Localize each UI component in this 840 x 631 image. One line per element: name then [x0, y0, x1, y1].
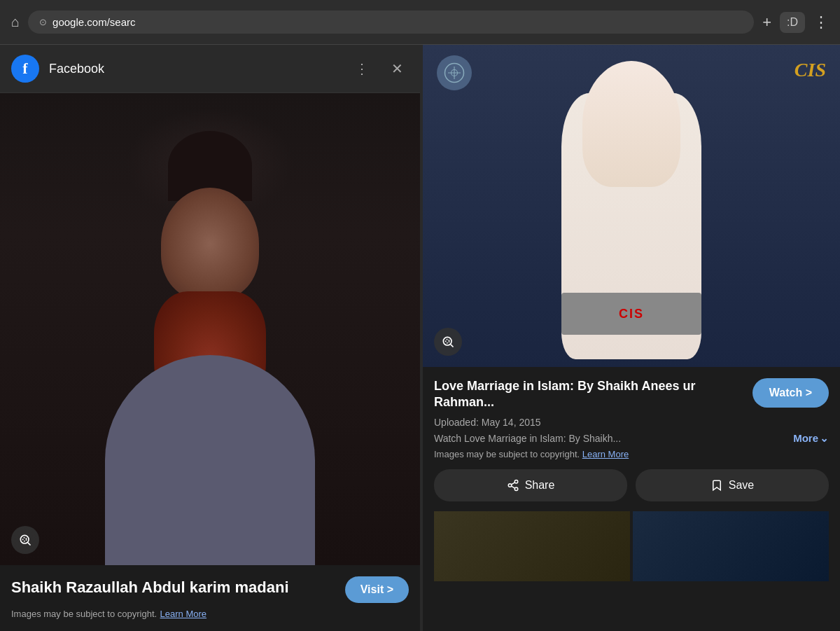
address-icon: ⊙ — [39, 17, 47, 27]
share-label: Share — [525, 479, 555, 492]
address-bar[interactable]: ⊙ google.com/searc — [28, 11, 754, 34]
robe-decoration — [105, 355, 315, 565]
svg-line-10 — [511, 483, 514, 485]
browser-menu-button[interactable]: ⋮ — [813, 13, 829, 32]
org-logo — [437, 55, 472, 90]
right-copyright-row: Images may be subject to copyright. Lear… — [434, 449, 829, 459]
left-panel: f Facebook ⋮ ✕ — [0, 45, 420, 631]
thumb-bg-2 — [633, 511, 829, 581]
right-copyright-text: Images may be subject to copyright. — [434, 449, 580, 459]
upload-date: Uploaded: May 14, 2015 — [434, 417, 829, 428]
thumbnails-row — [434, 511, 829, 581]
address-text: google.com/searc — [52, 16, 135, 28]
thumbnail-1[interactable] — [434, 511, 630, 581]
watch-button[interactable]: Watch > — [752, 378, 829, 408]
home-icon[interactable]: ⌂ — [11, 14, 20, 30]
left-copyright-text: Images may be subject to copyright. — [11, 609, 157, 619]
facebook-close-button[interactable]: ✕ — [386, 57, 409, 80]
podium: CIS — [561, 293, 701, 335]
lens-icon-right[interactable] — [434, 328, 462, 356]
save-label: Save — [729, 479, 754, 492]
facebook-header: f Facebook ⋮ ✕ — [0, 45, 420, 93]
right-head-cover — [582, 61, 680, 187]
facebook-menu-button[interactable]: ⋮ — [348, 57, 376, 80]
smiley-button[interactable]: :D — [780, 12, 805, 33]
more-button[interactable]: More ⌄ — [793, 432, 829, 445]
content-area: f Facebook ⋮ ✕ — [0, 45, 840, 631]
share-icon — [507, 479, 519, 492]
svg-point-5 — [446, 340, 449, 343]
right-person-image: CIS CIS — [423, 45, 840, 367]
right-card-header: Love Marriage in Islam: By Shaikh Anees … — [434, 378, 829, 411]
description-text: Watch Love Marriage in Islam: By Shaikh.… — [434, 433, 788, 444]
left-copyright-row: Images may be subject to copyright. Lear… — [11, 607, 409, 620]
left-learn-more-link[interactable]: Learn More — [160, 609, 206, 619]
save-button[interactable]: Save — [636, 469, 829, 501]
right-panel: CIS CIS — [423, 45, 840, 631]
add-tab-button[interactable]: + — [762, 13, 771, 32]
svg-point-8 — [514, 487, 518, 491]
facebook-logo: f — [11, 55, 39, 83]
left-card-footer: Shaikh Razaullah Abdul karim madani Visi… — [0, 565, 420, 631]
left-card-title: Shaikh Razaullah Abdul karim madani — [11, 578, 289, 597]
left-image-container — [0, 93, 420, 565]
save-icon — [710, 479, 723, 492]
left-person-image — [0, 93, 420, 565]
svg-point-4 — [443, 337, 451, 345]
action-buttons: Share Save — [434, 469, 829, 501]
right-card-title: Love Marriage in Islam: By Shaikh Anees … — [434, 378, 744, 411]
thumbnail-2[interactable] — [633, 511, 829, 581]
visit-button[interactable]: Visit > — [345, 576, 409, 603]
cis-logo: CIS — [794, 59, 826, 81]
svg-point-0 — [20, 535, 29, 543]
thumb-bg-1 — [434, 511, 630, 581]
description-row: Watch Love Marriage in Islam: By Shaikh.… — [434, 432, 829, 445]
svg-point-6 — [514, 480, 518, 483]
right-learn-more-link[interactable]: Learn More — [582, 449, 629, 459]
face-area — [161, 188, 259, 300]
share-button[interactable]: Share — [434, 469, 627, 501]
right-image-container: CIS CIS — [423, 45, 840, 367]
left-card-actions: Shaikh Razaullah Abdul karim madani Visi… — [11, 576, 409, 603]
svg-line-9 — [511, 486, 514, 488]
lens-icon-left[interactable] — [11, 526, 39, 554]
facebook-label: Facebook — [49, 62, 338, 76]
svg-point-1 — [23, 538, 27, 541]
browser-chrome: ⌂ ⊙ google.com/searc + :D ⋮ — [0, 0, 840, 45]
svg-point-7 — [508, 484, 512, 487]
right-card-info: Love Marriage in Islam: By Shaikh Anees … — [423, 367, 840, 592]
